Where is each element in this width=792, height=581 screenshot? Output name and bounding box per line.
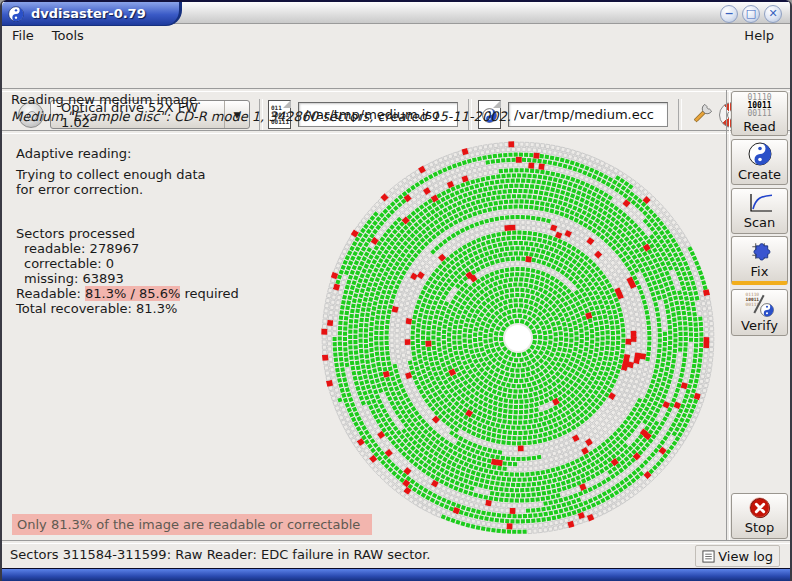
view-log-button[interactable]: View log (695, 545, 780, 567)
red-x-icon (749, 497, 771, 519)
page-fold (493, 100, 501, 108)
stat-readable: readable: 278967 (24, 241, 139, 256)
window-controls: − □ ✕ (720, 5, 782, 23)
window-bottom-border (0, 568, 792, 581)
verify-label: Verify (741, 318, 778, 333)
window-title: dvdisaster-0.79 (31, 6, 146, 21)
read-button[interactable]: 011101001100111 Read (731, 91, 788, 136)
menu-help[interactable]: Help (744, 28, 774, 43)
app-window: dvdisaster-0.79 − □ ✕ File Tools Help Op… (0, 0, 792, 581)
binary-slash-yinyang-icon: 011101001100111 (746, 292, 774, 317)
preferences-button[interactable] (688, 101, 716, 129)
log-list-icon (702, 550, 715, 563)
reading-mode-title: Adaptive reading: (16, 146, 131, 161)
maximize-icon[interactable]: □ (742, 5, 760, 23)
app-logo-yinyang-icon (8, 6, 24, 22)
titlebar[interactable]: dvdisaster-0.79 − □ ✕ (2, 0, 790, 24)
fix-label: Fix (751, 264, 769, 279)
yinyang-icon (748, 142, 772, 166)
sidebar-separator (726, 90, 730, 540)
stop-label: Stop (745, 520, 775, 535)
stat-readable-percent: Readable: 81.3% / 85.6% required (16, 286, 239, 301)
view-log-label: View log (718, 549, 773, 564)
create-label: Create (738, 167, 781, 182)
medium-info: Medium "Example disc": CD-R mode 1, 3428… (11, 109, 511, 124)
create-button[interactable]: Create (731, 139, 788, 185)
toolbar-separator (678, 99, 682, 131)
scan-button[interactable]: Scan (731, 188, 788, 234)
minimize-icon[interactable]: − (720, 5, 738, 23)
puzzle-icon (747, 239, 773, 263)
reading-desc-line2: for error correction. (16, 182, 143, 197)
read-label: Read (743, 119, 776, 134)
verify-button[interactable]: 011101001100111 Verify (731, 289, 788, 336)
stats-title: Sectors processed (16, 226, 135, 241)
fix-button[interactable]: Fix (731, 236, 788, 285)
statusbar-message: Sectors 311584-311599: Raw Reader: EDC f… (10, 547, 430, 562)
scan-label: Scan (744, 215, 776, 230)
binary-read-icon: 011101001100111 (747, 94, 771, 118)
title-tab: dvdisaster-0.79 (2, 2, 182, 26)
menubar: File Tools Help (2, 24, 790, 47)
wrench-icon (689, 101, 715, 127)
status-heading: Reading new medium image. (11, 92, 201, 107)
yinyang-icon (760, 303, 774, 317)
stop-button[interactable]: Stop (731, 493, 788, 539)
medium-spiral-canvas (297, 132, 727, 540)
stat-correctable: correctable: 0 (24, 256, 114, 271)
curve-chart-icon (747, 193, 773, 214)
stat-missing: missing: 63893 (24, 271, 124, 286)
readable-highlight: 81.3% / 85.6% (85, 286, 180, 301)
stat-total-recoverable: Total recoverable: 81.3% (16, 301, 177, 316)
toolbar: Optical drive 52X FW 1.02 ▼ 011 10011 00… (2, 47, 790, 89)
separator (2, 540, 790, 544)
readable-suffix: required (180, 286, 239, 301)
menu-file[interactable]: File (12, 28, 34, 43)
warning-banner: Only 81.3% of the image are readable or … (12, 514, 372, 535)
ecc-file-input[interactable] (508, 102, 668, 127)
menu-tools[interactable]: Tools (52, 28, 84, 43)
close-icon[interactable]: ✕ (764, 5, 782, 23)
reading-desc-line1: Trying to collect enough data (16, 167, 206, 182)
readable-prefix: Readable: (16, 286, 85, 301)
